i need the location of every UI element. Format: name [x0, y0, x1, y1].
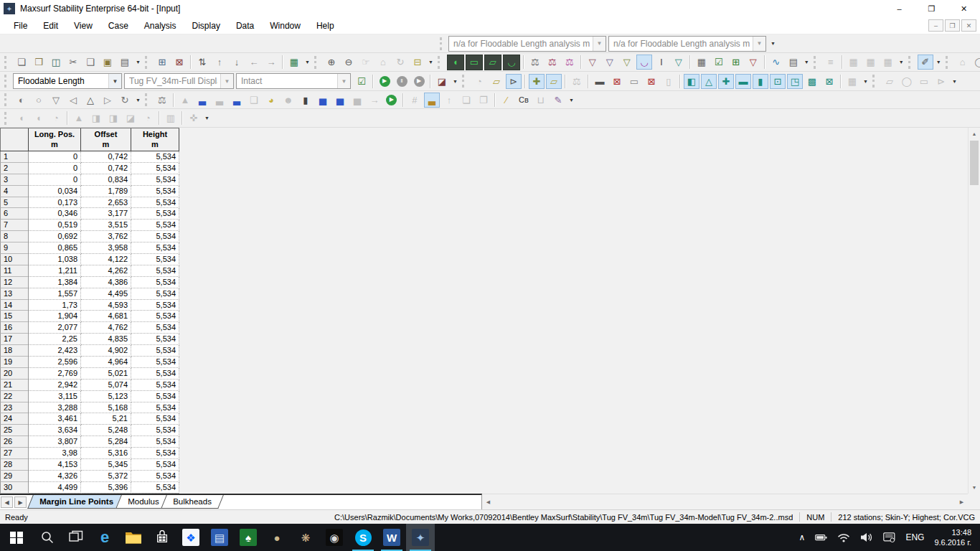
toolbar-grip[interactable]: [145, 56, 150, 69]
no-hatch-icon[interactable]: ⊠: [821, 74, 837, 89]
results-combo-1[interactable]: n/a for Floodable Length analysis mod ▼: [448, 36, 606, 52]
table-cell[interactable]: 5,534: [131, 425, 179, 436]
search-button[interactable]: [33, 524, 62, 551]
table-cell[interactable]: 2,596: [29, 357, 81, 368]
table-cell[interactable]: 3,98: [29, 448, 81, 459]
row-number[interactable]: 28: [0, 459, 29, 471]
close-button[interactable]: ✕: [948, 0, 980, 17]
battery-icon[interactable]: [810, 524, 832, 551]
outline-circle-icon[interactable]: ◯: [899, 74, 915, 89]
row-number[interactable]: 2: [0, 163, 29, 174]
sheet-tab-bulkheads[interactable]: Bulkheads: [161, 495, 224, 509]
table-cell[interactable]: 5,534: [131, 277, 179, 288]
row-number[interactable]: 5: [0, 197, 29, 209]
hatch-icon[interactable]: ▩: [804, 74, 820, 89]
scroll-right-icon[interactable]: ▶: [956, 494, 968, 509]
toolbar-grip[interactable]: [946, 56, 951, 69]
add-compartment-icon[interactable]: ▽: [619, 55, 635, 70]
table-cell[interactable]: 0,173: [29, 197, 81, 209]
table-cell[interactable]: 4,762: [81, 322, 131, 334]
toolbar-grip[interactable]: [145, 93, 150, 106]
chevron-down-icon[interactable]: ▼: [593, 37, 606, 51]
table-cell[interactable]: 5,316: [81, 448, 131, 459]
report-sheets-icon[interactable]: ❑: [246, 93, 262, 108]
menu-data[interactable]: Data: [228, 19, 262, 33]
analysis-settings-icon[interactable]: ☑: [354, 74, 369, 89]
chevron-down-icon[interactable]: ▼: [337, 74, 350, 88]
row-number[interactable]: 10: [0, 254, 29, 265]
circle-outline-icon[interactable]: ○: [31, 93, 47, 108]
table-cell[interactable]: 5,168: [81, 402, 131, 414]
results-combo-2[interactable]: n/a for Floodable Length analysis mod ▼: [608, 36, 766, 52]
row-number[interactable]: 6: [0, 208, 29, 220]
menu-analysis[interactable]: Analysis: [136, 19, 184, 33]
start-button[interactable]: [0, 524, 33, 551]
table-cell[interactable]: 0,742: [81, 151, 131, 163]
restore-button[interactable]: ❐: [915, 0, 948, 17]
shift-cells-left-icon[interactable]: ←: [246, 55, 262, 70]
pan-icon[interactable]: ☞: [358, 55, 374, 70]
table-cell[interactable]: 0: [29, 174, 81, 186]
row-number[interactable]: 17: [0, 334, 29, 345]
condition-combo[interactable]: Intact ▼: [236, 73, 351, 89]
design-combo[interactable]: Tug FV_34m-Full Displacer ▼: [124, 73, 234, 89]
table-cell[interactable]: 3,762: [81, 231, 131, 242]
row-number[interactable]: 22: [0, 391, 29, 402]
shift-cells-right-icon[interactable]: →: [263, 55, 279, 70]
data-window-icon[interactable]: ▦: [694, 55, 710, 70]
dropdown-caret-icon[interactable]: ▼: [204, 116, 209, 121]
toolbar-grip[interactable]: [462, 75, 467, 88]
row-number[interactable]: 24: [0, 413, 29, 425]
row-number[interactable]: 11: [0, 265, 29, 277]
table-cell[interactable]: 5,534: [131, 334, 179, 345]
tab-scroll-right-icon[interactable]: ▶: [14, 496, 27, 508]
row-number[interactable]: 16: [0, 322, 29, 334]
table-cell[interactable]: 5,21: [81, 413, 131, 425]
dropdown-caret-icon[interactable]: ▼: [899, 60, 904, 65]
table-cell[interactable]: 5,534: [131, 448, 179, 459]
table-cell[interactable]: 5,534: [131, 413, 179, 425]
dropdown-caret-icon[interactable]: ▼: [453, 79, 458, 84]
menu-file[interactable]: File: [6, 19, 35, 33]
sheet-tab-margin-line-points[interactable]: Margin Line Points: [27, 495, 126, 509]
home-view-icon[interactable]: ⌂: [375, 55, 391, 70]
dashed-outline-icon[interactable]: ▯: [661, 74, 677, 89]
table-cell[interactable]: 5,534: [131, 322, 179, 334]
scroll-left-icon[interactable]: ◀: [482, 494, 494, 509]
chevron-down-icon[interactable]: ▼: [753, 37, 765, 51]
view-profile-icon[interactable]: ▱: [484, 55, 501, 70]
show-stations-icon[interactable]: △: [701, 74, 717, 89]
mdi-close-button[interactable]: ✕: [961, 19, 976, 32]
loaded-ship-icon[interactable]: ▃: [229, 93, 245, 108]
menu-edit[interactable]: Edit: [35, 19, 66, 33]
table-cell[interactable]: 1,038: [29, 254, 81, 265]
outline-flag-icon[interactable]: ⊳: [933, 74, 949, 89]
table-cell[interactable]: 5,345: [81, 459, 131, 471]
table-cell[interactable]: 5,534: [131, 231, 179, 242]
table-cell[interactable]: 3,634: [29, 425, 81, 436]
maxsurf-taskbar-icon[interactable]: ✦: [406, 524, 435, 551]
pause-analysis-icon[interactable]: ‖: [394, 74, 410, 89]
tray-expand-icon[interactable]: ∧: [794, 524, 811, 551]
load-adjust-icon[interactable]: ⚖: [154, 93, 170, 108]
row-number[interactable]: 29: [0, 471, 29, 482]
frame-grid-icon[interactable]: #: [407, 93, 423, 108]
book-icon[interactable]: ❏: [458, 93, 474, 108]
dropdown-caret-icon[interactable]: ▼: [305, 60, 310, 65]
loadcase-window-icon[interactable]: ⚖: [527, 55, 543, 70]
table-cell[interactable]: 0,742: [81, 163, 131, 174]
menu-window[interactable]: Window: [262, 19, 308, 33]
chevron-down-icon[interactable]: ▼: [108, 74, 121, 88]
row-number[interactable]: 13: [0, 288, 29, 300]
tank-ship-blue2-icon[interactable]: ▅: [332, 93, 348, 108]
table-cell[interactable]: 5,534: [131, 174, 179, 186]
dropbox-icon[interactable]: ❖: [176, 524, 205, 551]
dropdown-caret-icon[interactable]: ▼: [771, 41, 776, 46]
solitaire-icon[interactable]: ♠: [234, 524, 263, 551]
outline-tank-icon[interactable]: ▭: [916, 74, 932, 89]
outline-hull-icon[interactable]: ▱: [882, 74, 897, 89]
row-number[interactable]: 1: [0, 151, 29, 163]
tank-section2-icon[interactable]: ◨: [105, 110, 121, 126]
dropdown-caret-icon[interactable]: ▼: [428, 60, 433, 65]
scroll-down-icon[interactable]: ▼: [969, 481, 980, 494]
